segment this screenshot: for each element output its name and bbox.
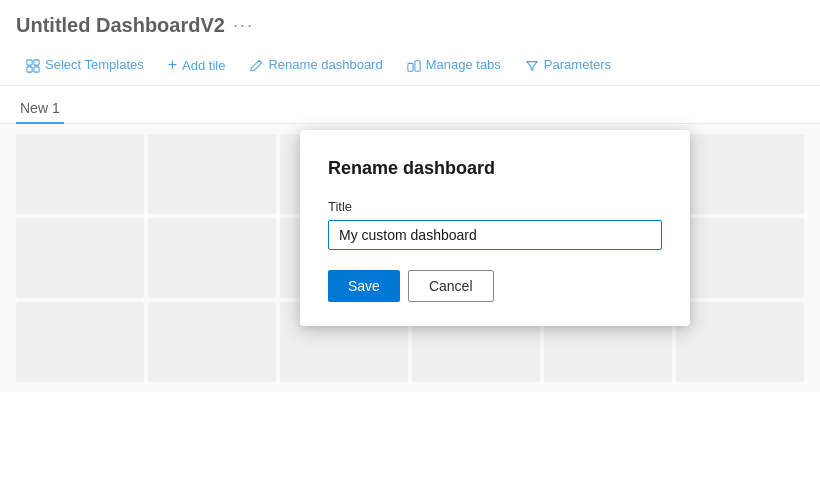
cancel-button[interactable]: Cancel [408, 270, 494, 302]
dialog-title: Rename dashboard [328, 158, 662, 179]
title-input[interactable] [328, 220, 662, 250]
rename-dashboard-dialog: Rename dashboard Title Save Cancel [300, 130, 690, 326]
dialog-actions: Save Cancel [328, 270, 662, 302]
save-button[interactable]: Save [328, 270, 400, 302]
title-field-label: Title [328, 199, 662, 214]
